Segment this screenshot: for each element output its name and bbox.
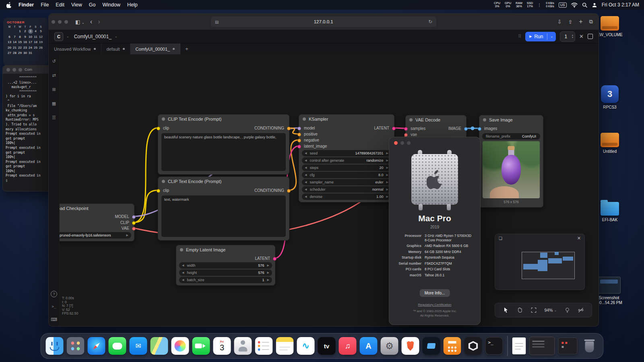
output-port-vae[interactable] [132,227,136,230]
tab-comfyui-00001[interactable]: ComfyUI_00001_ [130,43,181,54]
network-throughput[interactable]: 0 KB/s0 KB/s [546,2,554,8]
input-port-images[interactable] [478,127,481,131]
filename-prefix-widget[interactable]: filename_prefix ComfyUI [482,133,540,140]
menu-item-window[interactable]: Window [102,2,120,8]
input-port-positive[interactable] [297,133,301,136]
lightbulb-icon[interactable] [564,307,570,313]
output-port-image[interactable] [464,127,468,131]
help-icon[interactable]: ? [51,291,57,297]
dock-music-icon[interactable]: ♫ [339,337,357,355]
comfyui-logo[interactable]: C [54,32,63,41]
output-port-conditioning[interactable] [287,127,291,130]
reload-icon[interactable]: ↻ [428,19,432,25]
dock-messages-icon[interactable] [109,337,126,355]
dock-app-store-icon[interactable]: A [360,337,378,355]
node-widget[interactable]: ◀ sampler_name euler ▶ [302,179,391,185]
menu-item-file[interactable]: File [41,2,49,8]
ckpt-name-widget[interactable]: v1-5-pruned-emaonly-fp16.safetensors ▶ [60,232,131,239]
menu-item-help[interactable]: Help [127,2,138,8]
dock-system-settings-icon[interactable]: ⚙ [381,337,398,355]
output-port-conditioning[interactable] [287,189,291,193]
increment-arrow-icon[interactable]: ▶ [386,188,388,191]
decrement-arrow-icon[interactable]: ◀ [305,152,307,155]
desktop-icon-efi-bak[interactable]: EFI-BAK [596,202,624,222]
increment-arrow-icon[interactable]: ▶ [386,173,388,177]
zoom-icon[interactable] [64,20,68,24]
select-cursor-icon[interactable] [503,307,509,313]
ssd-stat[interactable]: SSD17% [527,2,533,8]
browser-window[interactable]: ◧ ⌄ ‹ › ▤ 127.0.0.1 ↻ ⇩ ⇧ + ⧉ C ⌄ ComfyU… [48,13,599,327]
forward-icon[interactable]: › [98,18,100,26]
node-widget[interactable]: ◀ control after generate randomize ▶ [302,157,391,164]
toggle-links-icon[interactable] [578,307,584,313]
pan-hand-icon[interactable] [516,307,523,313]
user-menu-icon[interactable] [592,2,597,8]
dock-document-icon[interactable] [512,337,526,354]
minimap-toggle-icon[interactable]: ❏ [499,236,502,241]
new-tab-button[interactable]: + [180,43,193,54]
dock-freeform-icon[interactable]: ∿ [297,337,315,355]
calendar-widget[interactable]: OCTOBER MTWTFSS 123456789101112131415161… [3,18,48,66]
desktop-icon-ew-volume[interactable]: EW_VOLUME [596,16,624,37]
chevron-down-icon[interactable]: ⌄ [115,35,118,38]
output-port-clip[interactable] [132,221,136,225]
sidebar-icon[interactable]: ⊞ [50,86,58,93]
node-widget[interactable]: ◀ height 576 ▶ [179,269,272,276]
increment-arrow-icon[interactable]: ▶ [267,264,269,267]
node-widget[interactable]: ◀ seed 14789084267201 ▶ [302,150,391,156]
node-widget[interactable]: ◀ scheduler normal ▶ [302,186,391,193]
search-icon[interactable] [582,2,587,8]
minimize-icon[interactable] [58,20,62,24]
decrement-arrow-icon[interactable]: ◀ [305,188,307,191]
about-this-mac-window[interactable]: Mac Pro 2019 Processor 3 GHz AMD Ryzen 7… [389,137,481,325]
drag-handle-icon[interactable]: ⠿ [518,34,521,39]
prompt-textarea[interactable]: text, watermark [161,195,286,237]
node-save-image[interactable]: Save Image images filename_prefix ComfyU… [479,115,543,208]
minimize-icon[interactable] [12,68,16,72]
input-port-clip[interactable] [157,127,160,130]
decrement-arrow-icon[interactable]: ◀ [305,166,307,169]
run-button[interactable]: ▶Run ⌄ [525,32,556,41]
decrement-arrow-icon[interactable]: ◀ [182,271,184,274]
input-port-samples[interactable] [404,127,408,131]
node-widget[interactable]: ◀ denoise 1.00 ▶ [302,193,391,200]
close-icon[interactable] [394,141,398,145]
keyboard-shortcuts-icon[interactable]: ⌨ [50,316,58,323]
dock-app-dark-icon[interactable] [423,337,440,355]
close-icon[interactable] [52,20,55,24]
share-icon[interactable]: ⇧ [568,19,572,25]
menu-item-view[interactable]: View [71,2,82,8]
desktop-icon-screenshot[interactable]: Screenshot5-0...54.26 PM [595,277,623,305]
dock-calendar-icon[interactable]: Fri 3 [213,337,231,355]
decrement-arrow-icon[interactable]: ◀ [305,173,307,177]
run-options-icon[interactable]: ⌄ [547,35,556,38]
node-clip-text-encode-positive[interactable]: CLIP Text Encode (Prompt) clip CONDITION… [158,114,289,175]
workflow-name[interactable]: ComfyUI_00001_ [74,34,111,39]
desktop-icon-untitled[interactable]: Untitled [596,133,624,154]
node-widget[interactable]: ◀ steps 20 ▶ [302,165,391,171]
decrement-arrow-icon[interactable]: ◀ [305,159,307,162]
wifi-icon[interactable] [571,2,578,8]
zoom-level-control[interactable]: 94%⌄ [544,308,557,313]
dock-reminders-icon[interactable] [255,337,273,355]
menu-item-edit[interactable]: Edit [56,2,64,8]
generated-image-preview[interactable] [483,141,540,198]
menu-item-go[interactable]: Go [89,2,96,8]
dock-calculator-icon[interactable] [444,337,461,355]
sidebar-toggle-icon[interactable]: ◧ ⌄ [75,19,85,25]
page-settings-icon[interactable]: ▤ [215,20,219,24]
browser-titlebar[interactable]: ◧ ⌄ ‹ › ▤ 127.0.0.1 ↻ ⇩ ⇧ + ⧉ [49,14,599,30]
dock-trash-icon[interactable] [581,337,599,355]
sidebar-icon[interactable]: ▦ [50,100,58,107]
input-port-negative[interactable] [297,139,301,142]
sidebar-icon[interactable]: ☰ [50,114,58,121]
cancel-button[interactable]: ✕ [579,33,584,39]
dock-finder-icon[interactable] [46,337,64,355]
regulatory-certification-link[interactable]: Regulatory Certification [389,303,480,306]
decrement-arrow-icon[interactable]: ◀ [305,181,307,184]
fit-view-icon[interactable] [530,307,537,313]
dock-terminal-icon[interactable]: >_ [485,337,503,355]
zoom-icon[interactable] [19,68,22,72]
decrement-arrow-icon[interactable]: ◀ [182,264,184,267]
batch-count-stepper[interactable]: 1 ▲▼ [560,31,575,42]
